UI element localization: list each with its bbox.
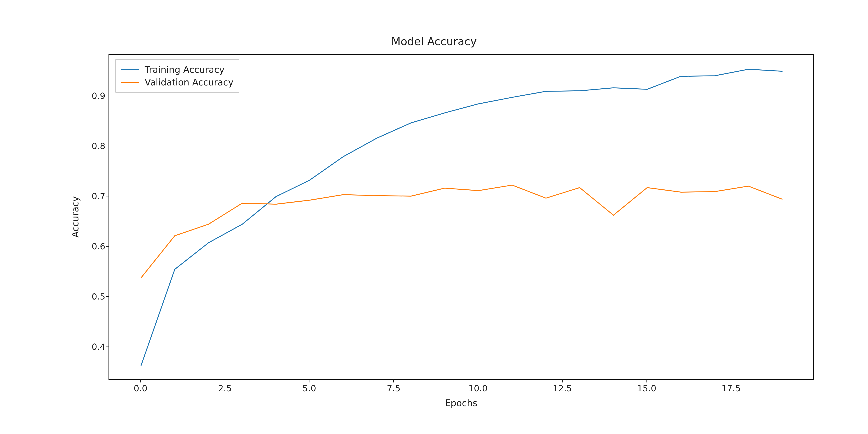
x-tick-mark [309, 380, 309, 382]
legend-swatch-training [121, 69, 139, 70]
x-axis-label: Epochs [108, 398, 814, 408]
y-tick-mark [106, 296, 108, 297]
legend-item-training: Training Accuracy [121, 63, 234, 76]
legend-label-training: Training Accuracy [145, 64, 224, 75]
y-tick-mark [106, 246, 108, 247]
y-tick-label: 0.8 [85, 141, 105, 151]
x-tick-mark [225, 380, 225, 382]
x-tick-label: 7.5 [387, 383, 400, 393]
y-tick-label: 0.6 [85, 241, 105, 251]
x-tick-label: 15.0 [637, 383, 656, 393]
y-tick-mark [106, 146, 108, 146]
legend-label-validation: Validation Accuracy [145, 77, 234, 88]
chart-figure: Model Accuracy Accuracy Epochs 0.02.55.0… [0, 0, 868, 434]
y-tick-mark [106, 196, 108, 196]
x-tick-mark [562, 380, 563, 382]
x-tick-mark [393, 380, 394, 382]
legend-item-validation: Validation Accuracy [121, 76, 234, 89]
x-tick-mark [141, 380, 141, 382]
x-tick-mark [478, 380, 478, 382]
x-tick-mark [647, 380, 647, 382]
x-tick-label: 2.5 [218, 383, 232, 393]
chart-title: Model Accuracy [0, 35, 868, 48]
y-tick-label: 0.4 [85, 342, 105, 352]
x-tick-label: 12.5 [553, 383, 572, 393]
legend: Training Accuracy Validation Accuracy [115, 59, 239, 93]
x-tick-label: 5.0 [303, 383, 316, 393]
legend-swatch-validation [121, 82, 139, 83]
series-line-validation [141, 185, 782, 278]
y-tick-label: 0.7 [85, 191, 105, 201]
chart-plot-area [109, 55, 814, 380]
x-tick-mark [731, 380, 731, 382]
x-tick-label: 17.5 [721, 383, 741, 393]
y-tick-label: 0.9 [85, 91, 105, 101]
y-tick-label: 0.5 [85, 291, 105, 302]
x-tick-label: 10.0 [468, 383, 488, 393]
x-tick-label: 0.0 [134, 383, 147, 393]
y-tick-mark [106, 346, 108, 347]
chart-axes [108, 54, 814, 380]
series-line-training [141, 69, 782, 366]
y-tick-mark [106, 96, 108, 96]
y-axis-label: Accuracy [70, 54, 79, 380]
